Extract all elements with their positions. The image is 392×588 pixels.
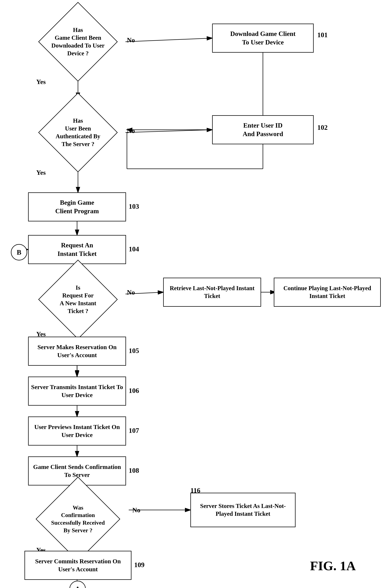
label-yes2: Yes (36, 169, 46, 176)
label-no3: No (127, 288, 135, 296)
diamond-is-new-ticket: Is Request For A New Instant Ticket ? (31, 265, 125, 334)
connector-a: A (70, 581, 86, 588)
box-continue-playing: Continue Playing Last-Not-Played Instant… (274, 278, 381, 307)
diamond-was-confirmation-received: Was Confirmation Successfully Received B… (27, 483, 129, 555)
box-retrieve-last-not-played: Retrieve Last-Not-Played Instant Ticket (163, 278, 261, 307)
box-enter-user-id: Enter User ID And Password (212, 115, 314, 144)
label-ref102: 102 (317, 123, 328, 131)
box-begin-game-client: Begin Game Client Program (28, 192, 126, 221)
label-ref109: 109 (134, 561, 144, 569)
connector-b: B (11, 244, 27, 260)
label-ref106: 106 (129, 387, 139, 395)
svg-line-5 (126, 38, 212, 42)
label-ref108: 108 (129, 466, 139, 474)
diamond-has-game-client: Has Game Client Been Downloaded To User … (31, 7, 125, 76)
label-ref101: 101 (317, 31, 328, 39)
label-ref104: 104 (129, 245, 139, 253)
box-server-makes-reservation: Server Makes Reservation On User's Accou… (28, 337, 126, 366)
box-server-transmits: Server Transmits Instant Ticket To User … (28, 377, 126, 406)
label-ref103: 103 (129, 202, 139, 210)
label-no2: No (127, 127, 135, 135)
box-user-previews: User Previews Instant Ticket On User Dev… (28, 417, 126, 446)
label-no4: No (132, 506, 140, 514)
label-ref116: 116 (190, 486, 200, 494)
box-request-instant-ticket: Request An Instant Ticket (28, 235, 126, 264)
box-server-commits-reservation: Server Commits Reservation On User's Acc… (24, 551, 132, 580)
svg-line-9 (126, 130, 212, 132)
label-ref107: 107 (129, 426, 139, 434)
arrow-reserve-transmit (69, 366, 87, 377)
diamond-has-user-authenticated: Has User Been Authenticated By The Serve… (31, 98, 125, 167)
label-no1: No (127, 36, 135, 44)
label-yes1: Yes (36, 78, 46, 86)
fig-label: FIG. 1A (310, 558, 356, 573)
box-server-stores-ticket: Server Stores Ticket As Last-Not-Played … (190, 493, 296, 527)
label-ref105: 105 (129, 347, 139, 355)
flowchart-diagram: Has Game Client Been Downloaded To User … (0, 0, 392, 588)
box-download-game-client: Download Game Client To User Device (212, 24, 314, 53)
